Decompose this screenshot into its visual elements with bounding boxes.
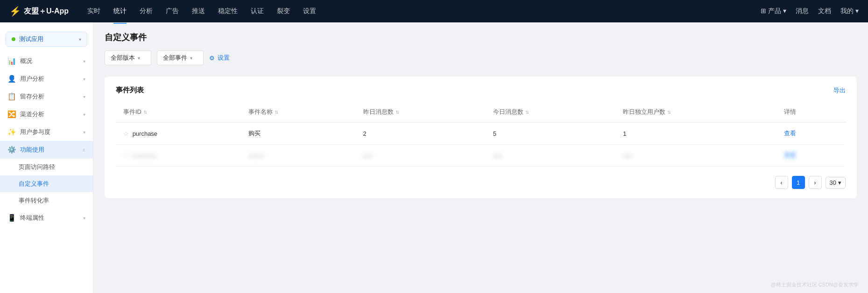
- cell-event-name: 购买: [241, 122, 355, 145]
- pagination: ‹ 1 › 30 ▾: [116, 176, 846, 189]
- sidebar-item-channel-label: 渠道分析: [20, 110, 44, 119]
- channel-icon: 🔀: [7, 110, 16, 119]
- sidebar-item-retention-label: 留存分析: [20, 92, 44, 101]
- current-page[interactable]: 1: [792, 176, 805, 189]
- sidebar-item-engagement-label: 用户参与度: [20, 128, 50, 136]
- sidebar-item-retention[interactable]: 📋 留存分析 ▾: [0, 88, 93, 105]
- sidebar-item-user-analysis[interactable]: 👤 用户分析 ▾: [0, 70, 93, 88]
- cell-blurred-yesterday-msgs: xxx: [356, 145, 486, 167]
- col-event-name: 事件名称 ⇅: [241, 102, 355, 122]
- sidebar-item-engagement[interactable]: ✨ 用户参与度 ▾: [0, 123, 93, 141]
- export-button[interactable]: 导出: [833, 86, 846, 95]
- nav-item-realtime[interactable]: 实时: [87, 5, 100, 17]
- sort-icon-today-msgs[interactable]: ⇅: [525, 110, 529, 115]
- sidebar-sub-event-funnel[interactable]: 事件转化率: [0, 192, 93, 209]
- nav-item-auth[interactable]: 认证: [251, 5, 264, 17]
- cell-yesterday-users: 1: [615, 122, 776, 145]
- page-size-arrow: ▾: [838, 179, 841, 186]
- retention-arrow: ▾: [83, 94, 85, 99]
- page-size-select[interactable]: 30 ▾: [826, 177, 846, 188]
- cell-blurred-yesterday-users: xxx: [615, 145, 776, 167]
- page-title: 自定义事件: [105, 32, 857, 43]
- cell-yesterday-msgs: 2: [356, 122, 486, 145]
- prev-page-button[interactable]: ‹: [775, 176, 788, 189]
- engagement-icon: ✨: [7, 128, 16, 136]
- blurred-id-value: xxxxxxxx: [133, 152, 157, 159]
- nav-item-settings[interactable]: 设置: [303, 5, 316, 17]
- next-page-button[interactable]: ›: [809, 176, 822, 189]
- cell-today-msgs: 5: [486, 122, 615, 145]
- sort-icon-name[interactable]: ⇅: [275, 110, 278, 115]
- nav-item-analysis[interactable]: 分析: [140, 5, 153, 17]
- event-list-card: 事件列表 导出 事件ID ⇅ 事件名称: [105, 77, 857, 198]
- nav-item-stability[interactable]: 稳定性: [218, 5, 238, 17]
- sidebar-item-terminal-label: 终端属性: [20, 214, 44, 222]
- overview-icon: 📊: [7, 57, 16, 65]
- yesterday-msgs-value: 2: [363, 130, 367, 137]
- event-select-label: 全部事件: [163, 54, 187, 62]
- filter-bar: 全部版本 ▾ 全部事件 ▾ ⚙ 设置: [105, 50, 857, 65]
- settings-button[interactable]: ⚙ 设置: [209, 54, 230, 62]
- view-detail-link[interactable]: 查看: [784, 130, 796, 137]
- top-nav: ⚡ 友盟＋U-App 实时 统计 分析 广告 推送 稳定性 认证 裂变 设置 ⊞…: [0, 0, 868, 22]
- nav-docs[interactable]: 文档: [818, 7, 831, 15]
- terminal-arrow: ▾: [83, 216, 85, 221]
- channel-arrow: ▾: [83, 112, 85, 117]
- event-name-value: 购买: [248, 130, 261, 137]
- table-row-blurred: ☆ xxxxxxxx xxxxx xxx xxx x: [116, 145, 846, 167]
- app-status-dot: [12, 37, 15, 41]
- engagement-arrow: ▾: [83, 130, 85, 135]
- version-select[interactable]: 全部版本 ▾: [105, 50, 151, 65]
- yesterday-users-value: 1: [623, 130, 626, 137]
- today-msgs-value: 5: [493, 130, 496, 137]
- sidebar-sub-menu: 页面访问路径 自定义事件 事件转化率: [0, 159, 93, 209]
- logo: ⚡ 友盟＋U-App: [9, 6, 69, 17]
- nav-profile[interactable]: 我的 ▾: [840, 7, 859, 15]
- cell-event-id: ☆ purchase: [116, 122, 241, 145]
- event-select[interactable]: 全部事件 ▾: [157, 50, 204, 65]
- app-selector-arrow: ▾: [79, 37, 81, 42]
- sidebar-sub-page-path[interactable]: 页面访问路径: [0, 159, 93, 175]
- sort-icon-yesterday-msgs[interactable]: ⇅: [395, 110, 399, 115]
- blurred-name-value: xxxxx: [248, 152, 264, 159]
- nav-item-push[interactable]: 推送: [192, 5, 205, 17]
- card-title: 事件列表: [116, 86, 144, 95]
- nav-item-viral[interactable]: 裂变: [277, 5, 290, 17]
- star-icon-blurred: ☆: [123, 152, 129, 159]
- blurred-detail-link: 查看: [784, 152, 796, 159]
- cell-detail: 查看: [776, 122, 846, 145]
- nav-item-stats[interactable]: 统计: [113, 5, 127, 17]
- feature-usage-arrow: ∧: [82, 147, 85, 153]
- version-select-arrow: ▾: [138, 56, 140, 61]
- sidebar-item-overview-label: 概况: [20, 57, 32, 65]
- col-yesterday-users: 昨日独立用户数 ⇅: [615, 102, 776, 122]
- event-select-arrow: ▾: [190, 56, 192, 61]
- cell-blurred-id: ☆ xxxxxxxx: [116, 145, 241, 167]
- sort-icon-yesterday-users[interactable]: ⇅: [667, 110, 671, 115]
- star-icon[interactable]: ☆: [123, 130, 129, 137]
- sidebar-item-channel[interactable]: 🔀 渠道分析 ▾: [0, 105, 93, 123]
- overview-arrow: ▾: [83, 59, 85, 64]
- sidebar-item-feature-usage[interactable]: ⚙️ 功能使用 ∧: [0, 141, 93, 159]
- app-name: 测试应用: [19, 35, 75, 43]
- sidebar-item-feature-usage-label: 功能使用: [20, 146, 44, 154]
- app-selector[interactable]: 测试应用 ▾: [6, 32, 87, 47]
- events-table: 事件ID ⇅ 事件名称 ⇅ 昨日消息数: [116, 102, 846, 167]
- user-analysis-arrow: ▾: [83, 77, 85, 82]
- sidebar-item-terminal[interactable]: 📱 终端属性 ▾: [0, 209, 93, 227]
- sidebar: 测试应用 ▾ 📊 概况 ▾ 👤 用户分析 ▾ 📋 留存分析 ▾ 🔀 渠道分析 ▾…: [0, 22, 93, 293]
- sidebar-sub-custom-events[interactable]: 自定义事件: [0, 175, 93, 192]
- sidebar-item-overview[interactable]: 📊 概况 ▾: [0, 52, 93, 70]
- cell-blurred-today-msgs: xxx: [486, 145, 615, 167]
- main-content: 自定义事件 全部版本 ▾ 全部事件 ▾ ⚙ 设置 事件列表 导出: [93, 22, 868, 293]
- settings-gear-icon: ⚙: [209, 55, 215, 62]
- nav-message[interactable]: 消息: [796, 7, 809, 15]
- layout: 测试应用 ▾ 📊 概况 ▾ 👤 用户分析 ▾ 📋 留存分析 ▾ 🔀 渠道分析 ▾…: [0, 22, 868, 293]
- cell-blurred-detail: 查看: [776, 145, 846, 167]
- sort-icon-id[interactable]: ⇅: [143, 110, 147, 115]
- col-yesterday-msgs: 昨日消息数 ⇅: [356, 102, 486, 122]
- nav-item-ads[interactable]: 广告: [166, 5, 179, 17]
- nav-product[interactable]: ⊞ 产品 ▾: [761, 7, 786, 15]
- retention-icon: 📋: [7, 92, 16, 101]
- page-size-value: 30: [830, 179, 836, 186]
